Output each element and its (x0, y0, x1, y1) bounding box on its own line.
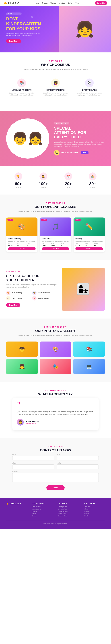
nav-home[interactable]: Home (35, 2, 39, 4)
footer-top: 🐥 CHILD ZILA CATEGORIES Color Matching M… (6, 502, 105, 518)
stats-section: 🏆 60+ Certificates 👨‍🎓 100+ Teachers 📅 2… (0, 166, 111, 194)
classes-header: WHAT WE PROVIDE OUR POPULAR CLASSES Quia… (6, 202, 105, 213)
footer-class-1[interactable]: Morning Class (58, 506, 79, 508)
contact-title: CONTACT US NOW (6, 448, 105, 452)
footer-cat-1[interactable]: Color Matching (32, 506, 53, 508)
gallery-item-6[interactable]: 💻 (73, 359, 105, 374)
why-title: WHY CHOOSE US (6, 63, 105, 67)
nav-cta-button[interactable]: Contact Us (95, 1, 107, 5)
footer-cat-5[interactable]: Dance (32, 515, 53, 517)
feature-learning-title: LEARNING PROGRAM (8, 89, 36, 91)
class-colors-body: Colors Matching Quia aute irure dolor in… (6, 236, 38, 252)
class-music-cta[interactable]: Join Now (42, 247, 70, 250)
feature-teachers-arrow[interactable]: → (42, 98, 70, 100)
care-image-figure: 👩‍👧 (76, 283, 90, 296)
author-avatar: 👩 (17, 419, 24, 426)
special-kids-figure: 👦👧 (12, 131, 43, 146)
feature-sports-arrow[interactable]: → (76, 98, 103, 100)
nav-services[interactable]: Services (42, 2, 48, 4)
care-feature-colors-icon: 🎨 (6, 290, 10, 295)
stat-years-icon: 📅 (64, 172, 72, 180)
care-tag: OUR SERVICES (6, 271, 57, 273)
class-card-music: 🎵 NEW Music Classes Quia aute irure dolo… (40, 218, 71, 252)
testimonial-title: WHAT PARENTS SAY (6, 392, 105, 396)
class-drawing-cta[interactable]: Join Now (76, 247, 103, 250)
stat-teachers-label: Teachers (39, 187, 48, 188)
form-row-3: Message (12, 471, 99, 483)
feature-learning-arrow[interactable]: → (8, 98, 36, 100)
footer-cat-4[interactable]: Sports (32, 513, 53, 514)
message-input[interactable] (12, 473, 99, 482)
care-cta-button[interactable]: Read More (6, 303, 20, 307)
gallery-item-1[interactable]: 🧒 (6, 342, 38, 357)
quote-mark: " (17, 402, 94, 408)
email-input[interactable] (57, 456, 99, 460)
stat-classes-num: 30+ (89, 182, 96, 186)
feature-learning: 📚 LEARNING PROGRAM Lorem ipsum dolor sit… (6, 76, 37, 103)
class-music-meta: AGE 4-8 yrs TYPE Music SEATS 18 (42, 243, 70, 246)
footer-class-2[interactable]: Evening Class (58, 508, 79, 510)
footer-social-1[interactable]: Facebook (84, 506, 105, 508)
hero-cta-button[interactable]: Read More › (6, 39, 21, 43)
hero-line2: KINDERGARTEN (6, 22, 41, 26)
form-group-phone: Phone (12, 462, 54, 469)
class-drawing-title: Drawing (76, 238, 103, 240)
why-section: WHAT WE DO WHY CHOOSE US Quia aute irure… (0, 52, 111, 111)
class-music-image: 🎵 NEW (40, 218, 71, 236)
footer-class-3[interactable]: Weekend Class (58, 510, 79, 512)
feature-teachers: 👩‍🏫 EXPERT TEACHERS Lorem ipsum dolor si… (40, 76, 71, 103)
testimonial-section: SATISFIED REVIEWS WHAT PARENTS SAY " Qui… (0, 382, 111, 438)
hero-description: Lorem ipsum dolor sit amet, consectetur … (6, 33, 40, 37)
footer-class-5[interactable]: Summer Class (58, 515, 79, 517)
footer-categories-title: CATEGORIES (32, 502, 53, 504)
class-colors-cta[interactable]: Join Now (8, 247, 36, 250)
classes-desc: Quia aute irure dolor in reprehenderit i… (17, 210, 94, 213)
brand-logo[interactable]: 🐥 CHILD ZILA (4, 2, 19, 5)
classes-grid: 🎨 NEW Colors Matching Quia aute irure do… (6, 218, 105, 252)
gallery-item-2[interactable]: 🎨 (40, 342, 71, 357)
class-drawing-badge: NEW (75, 219, 81, 221)
footer-social-2[interactable]: Twitter (84, 508, 105, 510)
phone-label: Phone (12, 462, 54, 464)
footer-follow: FOLLOW US Facebook Twitter Instagram You… (84, 502, 105, 518)
stat-years-label: Years (64, 187, 72, 188)
special-content: WHO WE ARE SPECIAL ATTENTION FOR EVERY C… (54, 122, 105, 156)
gallery-item-3[interactable]: 📚 (73, 342, 105, 357)
contact-tag: GET IN TOUCH (6, 446, 105, 447)
care-feature-learn-icon: 📖 (6, 296, 10, 300)
footer-social-3[interactable]: Instagram (84, 510, 105, 512)
nav-about[interactable]: About Us (58, 2, 65, 4)
gallery-item-4[interactable]: 👧 (6, 359, 38, 374)
form-row-1: Name Email (12, 454, 99, 460)
logo-icon: 🐥 (4, 2, 7, 5)
footer-cat-2[interactable]: Music Classes (32, 508, 53, 510)
nav-other[interactable]: Other (76, 2, 79, 4)
email-label: Email (57, 454, 99, 455)
phone-input[interactable] (12, 464, 54, 469)
gallery-header: HAPPY ENVIRONMENT OUR PHOTO'S GALLERY Qu… (6, 326, 105, 337)
deco-x2: ✕ (9, 44, 12, 48)
nav-classes[interactable]: Classes (50, 2, 56, 4)
footer-cat-3[interactable]: Drawing (32, 510, 53, 512)
stat-teachers-icon: 👨‍🎓 (40, 172, 47, 180)
footer-brand-name: CHILD ZILA (10, 502, 21, 505)
phone-number: +55-9356-4985241 (61, 152, 78, 154)
nav-gallery[interactable]: Gallery (68, 2, 72, 4)
care-feature-learn: 📖 Learn Everyday (6, 296, 31, 300)
gallery-item-5[interactable]: 🎭 (40, 359, 71, 374)
why-tag: WHAT WE DO (6, 60, 105, 62)
name-input[interactable] (12, 456, 54, 460)
gallery-title: OUR PHOTO'S GALLERY (6, 329, 105, 333)
submit-button[interactable]: Submit (46, 485, 64, 490)
care-feature-teachers-icon: 👩‍🏫 (32, 290, 36, 295)
footer-classes-list: Morning Class Evening Class Weekend Clas… (58, 506, 79, 517)
stat-teachers: 👨‍🎓 100+ Teachers (39, 172, 48, 188)
footer-social-5[interactable]: LinkedIn (84, 515, 105, 517)
footer-class-4[interactable]: Special Class (58, 513, 79, 514)
care-feature-teachers: 👩‍🏫 Educated Teachers (32, 290, 57, 295)
online-chat-button[interactable]: Chat (81, 151, 88, 154)
footer-social-4[interactable]: YouTube (84, 513, 105, 514)
mobile-input[interactable] (57, 464, 99, 469)
class-drawing-image: ✏️ NEW (74, 218, 105, 236)
class-meta-seats: SEATS 22 (27, 243, 36, 246)
